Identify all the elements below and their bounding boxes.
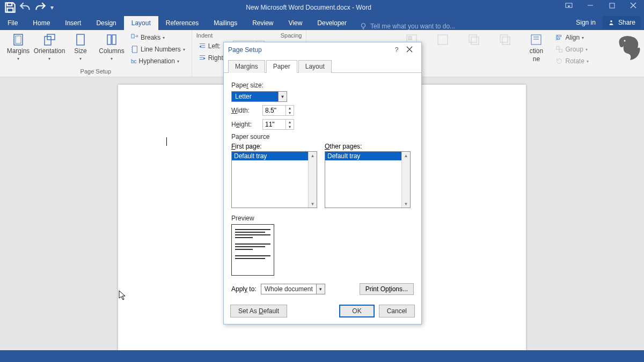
first-page-listbox[interactable]: Default tray ▲▼ bbox=[231, 151, 317, 208]
dialog-title: Page Setup bbox=[228, 46, 391, 54]
tab-review[interactable]: Review bbox=[245, 16, 281, 30]
tab-home[interactable]: Home bbox=[25, 16, 57, 30]
dialog-tab-paper[interactable]: Paper bbox=[266, 60, 297, 73]
share-button[interactable]: Share bbox=[602, 16, 641, 29]
hyphenation-button[interactable]: bcHyphenation ▾ bbox=[129, 56, 187, 67]
undo-icon[interactable] bbox=[18, 1, 32, 14]
svg-rect-33 bbox=[500, 35, 508, 42]
svg-rect-29 bbox=[438, 35, 448, 45]
size-button[interactable]: Size▾ bbox=[67, 32, 94, 62]
dragon-logo-icon bbox=[616, 33, 642, 65]
spinner-up-icon[interactable]: ▲ bbox=[286, 120, 294, 124]
dialog-tab-layout[interactable]: Layout bbox=[298, 60, 332, 73]
print-options-button[interactable]: Print Options... bbox=[360, 283, 414, 295]
tab-developer[interactable]: Developer bbox=[310, 16, 354, 30]
apply-to-select[interactable]: Whole document ▼ bbox=[261, 284, 325, 294]
paper-size-label: Paper size: bbox=[231, 82, 414, 89]
dialog-help-icon[interactable]: ? bbox=[391, 46, 402, 54]
wrap-text-button bbox=[429, 32, 457, 46]
paper-source-label: Paper source bbox=[231, 133, 414, 141]
margins-button[interactable]: Margins▾ bbox=[4, 32, 32, 62]
selection-pane-button[interactable]: ctionne bbox=[522, 32, 550, 62]
rotate-icon bbox=[555, 57, 563, 65]
preview-label: Preview bbox=[231, 215, 414, 222]
dialog-title-bar[interactable]: Page Setup ? bbox=[224, 42, 421, 57]
scroll-up-icon[interactable]: ▲ bbox=[309, 152, 317, 159]
scrollbar[interactable]: ▲▼ bbox=[308, 152, 317, 208]
scroll-down-icon[interactable]: ▼ bbox=[309, 200, 317, 208]
text-cursor bbox=[166, 137, 167, 146]
bring-forward-button bbox=[460, 32, 488, 46]
svg-point-7 bbox=[362, 24, 365, 27]
window-title: New Microsoft Word Document.docx - Word bbox=[59, 4, 558, 11]
columns-button[interactable]: Columns▾ bbox=[98, 32, 126, 62]
breaks-button[interactable]: Breaks ▾ bbox=[129, 32, 187, 43]
svg-rect-37 bbox=[558, 38, 560, 40]
tab-file[interactable]: File bbox=[0, 16, 25, 30]
ribbon-tabs: File Home Insert Design Layout Reference… bbox=[0, 15, 644, 30]
spinner-down-icon[interactable]: ▼ bbox=[286, 110, 294, 115]
scrollbar[interactable]: ▲▼ bbox=[401, 152, 410, 208]
dialog-close-button[interactable] bbox=[402, 46, 417, 54]
indent-heading: Indent bbox=[196, 32, 267, 40]
list-item[interactable]: Default tray bbox=[325, 152, 401, 160]
scroll-up-icon[interactable]: ▲ bbox=[402, 152, 410, 159]
cancel-button[interactable]: Cancel bbox=[379, 305, 415, 317]
tab-insert[interactable]: Insert bbox=[57, 16, 89, 30]
svg-rect-28 bbox=[408, 36, 412, 40]
tell-me-search[interactable]: Tell me what you want to do... bbox=[354, 23, 569, 30]
height-input[interactable] bbox=[263, 120, 286, 129]
line-numbers-button[interactable]: Line Numbers ▾ bbox=[129, 44, 187, 55]
tell-me-placeholder: Tell me what you want to do... bbox=[370, 23, 455, 30]
svg-rect-36 bbox=[558, 35, 561, 37]
svg-rect-38 bbox=[557, 47, 559, 49]
preview-thumbnail bbox=[231, 224, 274, 276]
svg-rect-14 bbox=[107, 35, 111, 45]
sign-in-link[interactable]: Sign in bbox=[569, 15, 602, 30]
svg-rect-11 bbox=[45, 36, 51, 45]
svg-rect-4 bbox=[610, 3, 614, 8]
tab-references[interactable]: References bbox=[158, 16, 206, 30]
list-item[interactable]: Default tray bbox=[232, 152, 308, 160]
group-label-page-setup: Page Setup bbox=[4, 67, 187, 76]
rotate-button: Rotate ▾ bbox=[553, 56, 590, 67]
close-icon[interactable] bbox=[623, 0, 644, 11]
svg-rect-13 bbox=[77, 34, 84, 45]
orientation-button[interactable]: Orientation▾ bbox=[35, 32, 63, 62]
tab-mailings[interactable]: Mailings bbox=[206, 16, 245, 30]
scroll-down-icon[interactable]: ▼ bbox=[402, 200, 410, 208]
svg-rect-0 bbox=[8, 3, 12, 5]
dropdown-icon[interactable]: ▼ bbox=[316, 284, 325, 294]
first-page-label: First page: bbox=[231, 143, 317, 150]
minimize-icon[interactable] bbox=[580, 0, 601, 11]
share-icon bbox=[608, 19, 615, 26]
svg-rect-1 bbox=[8, 8, 13, 12]
group-icon bbox=[555, 46, 563, 53]
ok-button[interactable]: OK bbox=[339, 305, 374, 317]
spinner-up-icon[interactable]: ▲ bbox=[286, 106, 294, 110]
height-label: Height: bbox=[231, 121, 258, 128]
dialog-tab-margins[interactable]: Margins bbox=[228, 60, 265, 73]
width-label: Width: bbox=[231, 107, 258, 114]
tab-view[interactable]: View bbox=[281, 16, 310, 30]
send-backward-button bbox=[491, 32, 519, 46]
align-button[interactable]: Align ▾ bbox=[553, 32, 590, 43]
set-as-default-button[interactable]: Set As Default bbox=[230, 305, 287, 317]
save-icon[interactable] bbox=[3, 1, 17, 14]
ribbon-options-icon[interactable] bbox=[558, 0, 580, 11]
mouse-cursor-icon bbox=[119, 290, 127, 302]
tab-design[interactable]: Design bbox=[89, 16, 123, 30]
paper-size-select[interactable]: Letter ▼ bbox=[231, 91, 287, 102]
tab-layout[interactable]: Layout bbox=[124, 16, 158, 30]
apply-to-label: Apply to: bbox=[231, 285, 257, 293]
dropdown-icon[interactable]: ▼ bbox=[278, 92, 287, 101]
maximize-icon[interactable] bbox=[601, 0, 623, 11]
svg-point-40 bbox=[624, 40, 626, 42]
redo-icon[interactable] bbox=[33, 1, 47, 14]
svg-rect-16 bbox=[131, 34, 134, 38]
qat-customize-icon[interactable]: ▾ bbox=[48, 1, 56, 14]
other-pages-listbox[interactable]: Default tray ▲▼ bbox=[325, 151, 411, 208]
title-bar: ▾ New Microsoft Word Document.docx - Wor… bbox=[0, 0, 644, 15]
spinner-down-icon[interactable]: ▼ bbox=[286, 124, 294, 129]
width-input[interactable] bbox=[263, 106, 286, 115]
